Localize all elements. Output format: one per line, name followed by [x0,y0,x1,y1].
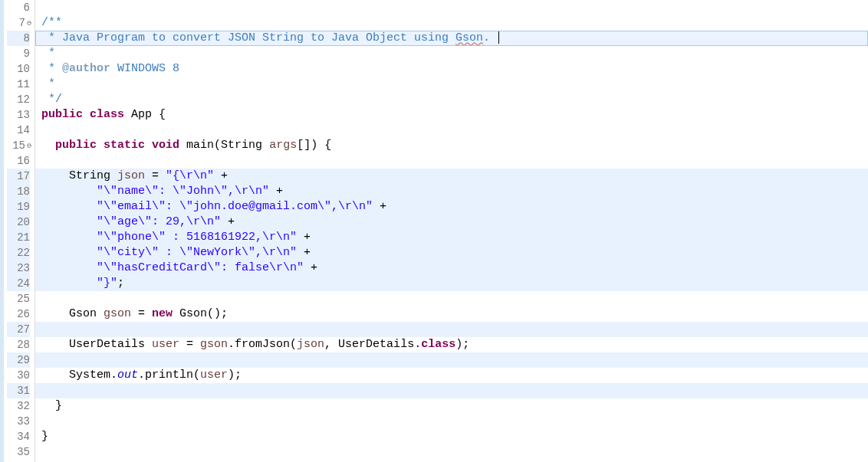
code-line[interactable] [35,414,868,429]
code-token [41,231,97,244]
line-number: 13 [7,107,30,123]
code-token: + [214,169,228,182]
code-token: @author [62,62,110,75]
code-token: out [117,369,138,382]
code-line[interactable]: * [35,77,868,92]
code-token [41,246,97,259]
code-token: "}" [97,277,117,290]
code-token: ; [117,277,124,290]
line-number: 25 [7,291,30,306]
line-number: 27 [7,322,30,337]
code-token: + [297,231,311,244]
code-token [41,261,97,274]
code-token: System. [41,369,117,382]
line-number: 30 [7,368,30,383]
code-line[interactable] [35,123,868,138]
code-token: json [297,338,324,351]
code-line[interactable]: * @author WINDOWS 8 [35,61,868,77]
code-token: "\"age\": 29,\r\n" [97,215,221,228]
code-line[interactable] [35,352,868,368]
code-token: Gson [455,31,483,44]
code-token: []) { [297,139,331,152]
line-number: 11 [7,77,30,92]
fold-marker-icon[interactable]: ⊖ [27,16,31,31]
code-line[interactable]: */ [35,92,868,107]
code-line[interactable] [35,383,868,398]
code-token: = [145,169,166,182]
code-token: + [297,246,311,259]
code-line[interactable]: UserDetails user = gson.fromJson(json, U… [35,337,868,352]
code-token: "\"name\": \"John\",\r\n" [97,185,269,198]
code-token: + [304,261,317,274]
code-token: static [104,139,145,152]
line-number: 33 [7,414,30,429]
code-token: void [152,139,179,152]
line-number: 19 [7,199,30,215]
code-line[interactable]: public class App { [35,107,868,123]
code-area[interactable]: /** * Java Program to convert JSON Strin… [35,0,868,462]
line-number: 26 [7,306,30,322]
code-token: class [90,108,124,121]
line-number: 10 [7,61,30,77]
code-line[interactable]: "\"age\": 29,\r\n" + [35,215,868,230]
line-number: 28 [7,337,30,352]
code-token [41,215,97,228]
code-line[interactable]: } [35,398,868,414]
code-token: .println( [138,369,200,382]
code-token: UserDetails [41,338,152,351]
code-editor[interactable]: 6 7⊖8 9 10 11 12 13 14 15⊖16 17 18 19 20… [0,0,868,462]
line-number: 15⊖ [7,138,30,153]
code-token [145,139,152,152]
code-line[interactable]: String json = "{\r\n" + [35,169,868,184]
code-line[interactable]: "\"phone\" : 5168161922,\r\n" + [35,230,868,245]
code-token: user [152,338,179,351]
code-token: json [117,169,145,182]
code-token: + [373,200,386,213]
code-token: new [152,307,173,320]
code-line[interactable]: "}"; [35,276,868,291]
line-number: 29 [7,352,30,368]
code-token [41,277,97,290]
line-number: 18 [7,184,30,199]
code-token: Gson(); [173,307,228,320]
code-line[interactable]: Gson gson = new Gson(); [35,306,868,322]
code-line[interactable]: "\"city\" : \"NewYork\",\r\n" + [35,245,868,260]
code-line[interactable]: "\"name\": \"John\",\r\n" + [35,184,868,199]
code-line[interactable] [35,291,868,306]
code-token: "{\r\n" [166,169,214,182]
code-token: } [41,399,62,412]
code-line[interactable]: } [35,429,868,444]
code-line[interactable] [35,322,868,337]
code-token [83,108,90,121]
code-line[interactable]: * Java Program to convert JSON String to… [35,31,868,46]
line-number: 23 [7,260,30,276]
fold-marker-icon[interactable]: ⊖ [27,139,31,154]
code-token: + [221,215,235,228]
code-token: } [41,430,48,443]
code-line[interactable]: "\"hasCreditCard\": false\r\n" + [35,260,868,276]
code-line[interactable] [35,153,868,169]
line-number: 21 [7,230,30,245]
code-line[interactable]: public static void main(String args[]) { [35,138,868,153]
line-number: 8 [7,31,30,46]
code-token: "\"phone\" : 5168161922,\r\n" [97,231,297,244]
code-token [41,185,97,198]
line-number-gutter: 6 7⊖8 9 10 11 12 13 14 15⊖16 17 18 19 20… [4,0,35,462]
line-number: 9 [7,46,30,61]
text-caret [498,31,499,44]
code-line[interactable] [35,444,868,460]
code-token: * [41,77,55,90]
code-line[interactable] [35,0,868,15]
code-line[interactable]: * [35,46,868,61]
code-token: Gson [41,307,104,320]
code-token: gson [104,307,131,320]
code-token: user [200,369,228,382]
line-number: 17 [7,169,30,184]
code-token: = [179,338,200,351]
code-token: , UserDetails. [324,338,421,351]
code-line[interactable]: /** [35,15,868,31]
code-token: + [269,185,283,198]
code-line[interactable]: "\"email\": \"john.doe@gmail.com\",\r\n"… [35,199,868,215]
code-line[interactable]: System.out.println(user); [35,368,868,383]
code-token: /** [41,16,62,29]
